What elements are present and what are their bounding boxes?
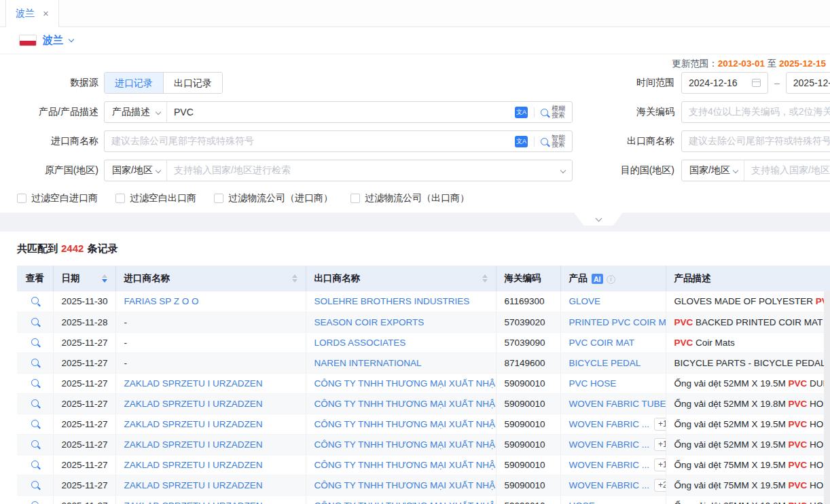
collapse-filter-button[interactable] [574, 213, 623, 226]
hs-code-input[interactable]: 支持4位以上海关编码，或2位海关编码加 [681, 101, 830, 123]
translate-icon[interactable]: 文A [515, 107, 528, 118]
origin-input[interactable]: 支持输入国家/地区进行检索 [167, 164, 572, 177]
product-link[interactable]: WOVEN FABRIC ... [569, 419, 650, 429]
more-products-badge[interactable]: +2 [654, 479, 666, 492]
cell-product: GLOVE [560, 291, 666, 312]
exporter-link[interactable]: CÔNG TY TNHH THƯƠNG MẠI XUẤT NHẬP... [314, 399, 497, 409]
sort-icon-date[interactable] [102, 274, 107, 283]
product-link[interactable]: WOVEN FABRIC ... [569, 439, 650, 450]
filter-checkbox[interactable]: 过滤空白出口商 [115, 192, 196, 204]
view-record-icon[interactable] [31, 481, 39, 488]
exporter-link[interactable]: CÔNG TY TNHH THƯƠNG MẠI XUẤT NHẬP... [314, 501, 497, 504]
product-link[interactable]: GLOVE [569, 296, 601, 306]
fuzzy-search-icon[interactable] [541, 109, 548, 116]
checkbox-box[interactable] [214, 194, 223, 203]
importer-link[interactable]: FARIAS SP Z O O [124, 296, 199, 306]
importer-empty: - [124, 317, 128, 327]
product-link[interactable]: WOVEN FABRIC ... [569, 480, 650, 490]
origin-type-select[interactable]: 国家/地区 [105, 160, 167, 181]
importer-link[interactable]: ZAKLAD SPRZETU I URZADZEN [124, 419, 263, 429]
view-record-icon[interactable] [31, 461, 39, 468]
destination-type-select[interactable]: 国家/地区 [682, 160, 744, 181]
importer-link[interactable]: ZAKLAD SPRZETU I URZADZEN [124, 501, 263, 504]
col-exporter[interactable]: 出口商名称 [306, 266, 496, 291]
product-type-select[interactable]: 产品描述 [105, 102, 167, 122]
cell-importer: ZAKLAD SPRZETU I URZADZEN [115, 414, 306, 434]
view-record-icon[interactable] [31, 338, 39, 346]
product-link[interactable]: HOSE [569, 501, 595, 504]
destination-input[interactable]: 支持输入国家/地区进行检索 [744, 164, 830, 177]
close-icon[interactable]: × [43, 8, 49, 18]
exporter-link[interactable]: SEASON COIR EXPORTS [314, 317, 425, 327]
importer-link[interactable]: ZAKLAD SPRZETU I URZADZEN [124, 460, 263, 470]
col-importer[interactable]: 进口商名称 [115, 266, 306, 291]
exporter-link[interactable]: SOLEHRE BROTHERS INDUSTRIES [314, 296, 470, 306]
product-link[interactable]: PRINTED PVC COIR M... [569, 317, 666, 327]
view-record-icon[interactable] [31, 379, 39, 386]
chevron-down-icon [733, 168, 738, 173]
checkbox-box[interactable] [115, 194, 125, 203]
exporter-link[interactable]: LORDS ASSOCIATES [314, 338, 406, 348]
view-record-icon[interactable] [31, 359, 39, 366]
view-record-icon[interactable] [31, 440, 39, 448]
col-hs: 海关编码 [496, 266, 560, 291]
view-record-icon[interactable] [31, 399, 39, 407]
exporter-link[interactable]: CÔNG TY TNHH THƯƠNG MẠI XUẤT NHẬP... [314, 378, 497, 389]
filter-checkbox[interactable]: 过滤空白进口商 [17, 192, 98, 204]
info-icon[interactable]: i [607, 275, 615, 284]
exporter-input[interactable]: 建议去除公司尾部字符或特殊符号 [681, 130, 830, 152]
translate-icon[interactable]: 文A [515, 136, 528, 147]
exporter-link[interactable]: CÔNG TY TNHH THƯƠNG MẠI XUẤT NHẬP... [314, 460, 497, 470]
filter-checkbox[interactable]: 过滤物流公司（进口商） [214, 192, 333, 204]
product-link[interactable]: WOVEN FABRIC TUBE [569, 399, 666, 409]
view-record-icon[interactable] [31, 297, 39, 304]
date-to-input[interactable]: 2025-12-15 [786, 72, 830, 94]
desc-highlight: PVC [789, 501, 808, 504]
checkbox-box[interactable] [17, 194, 26, 203]
sort-icon-importer[interactable] [292, 274, 297, 283]
cell-exporter: NAREN INTERNATIONAL [306, 353, 496, 373]
desc-text: Ống vải dệt 52MM X 19.5M [674, 439, 789, 450]
smart-search-button[interactable]: 智能 搜索 [552, 134, 565, 149]
cell-importer: ZAKLAD SPRZETU I URZADZEN [115, 434, 306, 454]
data-source-option[interactable]: 进口记录 [105, 73, 163, 93]
chevron-down-icon[interactable] [69, 37, 74, 42]
filter-checkbox[interactable]: 过滤物流公司（出口商） [350, 192, 469, 204]
data-source-option[interactable]: 出口记录 [163, 73, 222, 93]
exporter-link[interactable]: CÔNG TY TNHH THƯƠNG MẠI XUẤT NHẬP... [314, 439, 497, 450]
desc-text: BICYCLE PARTS - BICYCLE PEDAL, [674, 358, 830, 368]
importer-link[interactable]: ZAKLAD SPRZETU I URZADZEN [124, 399, 263, 409]
product-link[interactable]: PVC HOSE [569, 378, 617, 389]
exporter-link[interactable]: NAREN INTERNATIONAL [314, 358, 422, 368]
product-link[interactable]: BICYCLE PEDAL [569, 358, 641, 368]
importer-input[interactable]: 建议去除公司尾部字符或特殊符号 文A 智能 搜索 [104, 130, 573, 152]
importer-link[interactable]: ZAKLAD SPRZETU I URZADZEN [124, 378, 263, 389]
exporter-link[interactable]: CÔNG TY TNHH THƯƠNG MẠI XUẤT NHẬP... [314, 480, 497, 490]
summary-prefix: 共匹配到 [17, 242, 58, 254]
view-record-icon[interactable] [31, 318, 39, 325]
desc-text: Ống vải dệt 25MM X 19.8M [674, 501, 789, 504]
more-products-badge[interactable]: +1 [654, 458, 666, 471]
more-products-badge[interactable]: +1 [654, 418, 666, 431]
view-record-icon[interactable] [31, 420, 39, 427]
col-date[interactable]: 日期 [53, 266, 115, 291]
importer-link[interactable]: ZAKLAD SPRZETU I URZADZEN [124, 439, 263, 450]
data-source-label: 数据源 [0, 77, 98, 89]
tab-poland[interactable]: 波兰 × [5, 0, 59, 27]
vertical-scrollbar[interactable] [824, 291, 830, 504]
date-from-input[interactable]: 2024-12-16 [681, 72, 768, 94]
smart-search-icon[interactable] [541, 138, 548, 145]
product-link[interactable]: PVC COIR MAT [569, 338, 635, 348]
sort-icon-exporter[interactable] [482, 274, 488, 283]
fuzzy-search-button[interactable]: 模糊 搜索 [552, 105, 565, 120]
country-title[interactable]: 波兰 [43, 34, 63, 47]
chevron-down-icon [560, 168, 566, 173]
product-input[interactable]: PVC 文A 模糊 搜索 [167, 105, 572, 120]
importer-link[interactable]: ZAKLAD SPRZETU I URZADZEN [124, 480, 263, 490]
cell-importer: - [115, 353, 306, 373]
checkbox-box[interactable] [350, 194, 360, 203]
product-link[interactable]: WOVEN FABRIC ... [569, 460, 650, 470]
exporter-link[interactable]: CÔNG TY TNHH THƯƠNG MẠI XUẤT NHẬP... [314, 419, 497, 429]
view-record-icon[interactable] [31, 501, 39, 504]
more-products-badge[interactable]: +1 [654, 438, 666, 451]
